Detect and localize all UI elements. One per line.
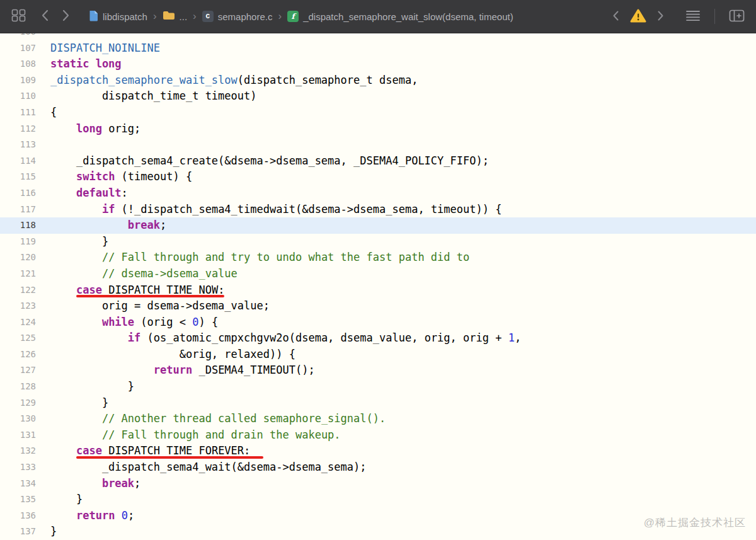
related-items-button[interactable] <box>9 6 28 26</box>
code-text[interactable]: DISPATCH_NOINLINE <box>50 40 160 57</box>
code-line-122[interactable]: 122 case DISPATCH_TIME_NOW: <box>0 282 756 299</box>
code-text[interactable]: // Fall through and try to undo what the… <box>50 250 469 266</box>
code-line-135[interactable]: 135 } <box>0 491 756 508</box>
code-line-123[interactable]: 123 orig = dsema->dsema_value; <box>0 298 756 314</box>
code-text[interactable]: long orig; <box>50 121 140 137</box>
line-number[interactable]: 134 <box>0 476 36 492</box>
code-text[interactable]: case DISPATCH_TIME_FOREVER: <box>50 443 250 459</box>
line-number[interactable]: 135 <box>0 491 36 508</box>
line-number[interactable]: 127 <box>0 362 36 379</box>
code-text[interactable]: default: <box>50 185 128 202</box>
code-line-110[interactable]: 110 dispatch_time_t timeout) <box>0 88 756 105</box>
line-number[interactable]: 114 <box>0 153 36 169</box>
code-line-128[interactable]: 128 } <box>0 379 756 395</box>
previous-issue-button[interactable] <box>610 8 621 25</box>
code-line-131[interactable]: 131 // Fall through and drain the wakeup… <box>0 427 756 444</box>
line-number[interactable]: 115 <box>0 169 36 185</box>
code-text[interactable]: } <box>50 234 108 250</box>
code-line-115[interactable]: 115 switch (timeout) { <box>0 169 756 185</box>
code-line-129[interactable]: 129 } <box>0 395 756 411</box>
line-number[interactable]: 126 <box>0 347 36 363</box>
code-text[interactable]: if (!_dispatch_sema4_timedwait(&dsema->d… <box>50 202 501 218</box>
line-number[interactable]: 120 <box>0 250 36 266</box>
code-text[interactable]: // Fall through and drain the wakeup. <box>50 427 341 444</box>
code-line-108[interactable]: 108static long <box>0 56 756 72</box>
line-number[interactable]: 109 <box>0 72 36 89</box>
code-text[interactable]: if (os_atomic_cmpxchgvw2o(dsema, dsema_v… <box>50 330 521 347</box>
code-area[interactable]: 106107DISPATCH_NOINLINE108static long109… <box>0 33 756 540</box>
code-text[interactable]: } <box>50 524 57 540</box>
code-text[interactable]: &orig, relaxed)) { <box>50 347 295 363</box>
line-number[interactable]: 119 <box>0 234 36 250</box>
code-text[interactable]: case DISPATCH_TIME_NOW: <box>50 282 224 299</box>
source-editor[interactable]: 106107DISPATCH_NOINLINE108static long109… <box>0 33 756 540</box>
line-number[interactable]: 122 <box>0 282 36 299</box>
line-number[interactable]: 124 <box>0 314 36 331</box>
code-text[interactable]: _dispatch_sema4_create(&dsema->dsema_sem… <box>50 153 489 169</box>
code-text[interactable]: } <box>50 379 134 395</box>
code-text[interactable]: while (orig < 0) { <box>50 314 218 331</box>
code-text[interactable]: return _DSEMA4_TIMEOUT(); <box>50 362 315 379</box>
line-number[interactable]: 116 <box>0 185 36 202</box>
line-number[interactable]: 112 <box>0 121 36 137</box>
line-number[interactable]: 113 <box>0 137 36 153</box>
code-line-114[interactable]: 114 _dispatch_sema4_create(&dsema->dsema… <box>0 153 756 169</box>
code-line-133[interactable]: 133 _dispatch_sema4_wait(&dsema->dsema_s… <box>0 459 756 476</box>
code-text[interactable]: } <box>50 395 108 411</box>
breadcrumb-project-libdispatch[interactable]: libdispatch <box>89 10 147 23</box>
code-line-136[interactable]: 136 return 0; <box>0 508 756 524</box>
code-text[interactable]: { <box>50 105 57 121</box>
code-line-121[interactable]: 121 // dsema->dsema_value <box>0 266 756 282</box>
line-number[interactable]: 128 <box>0 379 36 395</box>
warning-issue-button[interactable] <box>627 6 649 27</box>
line-number[interactable]: 118 <box>0 217 36 234</box>
code-line-124[interactable]: 124 while (orig < 0) { <box>0 314 756 331</box>
code-line-127[interactable]: 127 return _DSEMA4_TIMEOUT(); <box>0 362 756 379</box>
line-number[interactable]: 137 <box>0 524 36 540</box>
line-number[interactable]: 107 <box>0 40 36 57</box>
code-text[interactable]: switch (timeout) { <box>50 169 192 185</box>
code-text[interactable]: static long <box>50 56 122 72</box>
code-line-113[interactable]: 113 <box>0 137 756 153</box>
next-issue-button[interactable] <box>655 8 667 25</box>
breadcrumb-file-semaphore-c[interactable]: c semaphore.c <box>202 11 273 22</box>
code-line-106[interactable]: 106 <box>0 33 756 40</box>
code-line-109[interactable]: 109_dispatch_semaphore_wait_slow(dispatc… <box>0 72 756 89</box>
add-editor-button[interactable] <box>726 7 747 26</box>
code-line-111[interactable]: 111{ <box>0 105 756 121</box>
code-line-125[interactable]: 125 if (os_atomic_cmpxchgvw2o(dsema, dse… <box>0 330 756 347</box>
code-line-132[interactable]: 132 case DISPATCH_TIME_FOREVER: <box>0 443 756 459</box>
breadcrumb-folder-collapsed[interactable]: ... <box>163 11 188 22</box>
line-number[interactable]: 136 <box>0 508 36 524</box>
back-button[interactable] <box>38 7 51 26</box>
code-line-118[interactable]: 118 break; <box>0 217 756 234</box>
code-line-126[interactable]: 126 &orig, relaxed)) { <box>0 347 756 363</box>
code-text[interactable]: break; <box>50 217 166 234</box>
code-line-119[interactable]: 119 } <box>0 234 756 250</box>
line-number[interactable]: 125 <box>0 330 36 347</box>
line-number[interactable]: 123 <box>0 298 36 314</box>
line-number[interactable]: 132 <box>0 443 36 459</box>
code-text[interactable]: // dsema->dsema_value <box>50 266 238 282</box>
code-line-116[interactable]: 116 default: <box>0 185 756 202</box>
code-text[interactable]: // Another thread called semaphore_signa… <box>50 411 386 427</box>
code-text[interactable]: orig = dsema->dsema_value; <box>50 298 270 314</box>
forward-button[interactable] <box>60 7 72 26</box>
editor-options-button[interactable] <box>683 8 703 26</box>
line-number[interactable]: 111 <box>0 105 36 121</box>
code-line-107[interactable]: 107DISPATCH_NOINLINE <box>0 40 756 57</box>
code-line-112[interactable]: 112 long orig; <box>0 121 756 137</box>
line-number[interactable]: 110 <box>0 88 36 105</box>
line-number[interactable]: 121 <box>0 266 36 282</box>
line-number[interactable]: 129 <box>0 395 36 411</box>
code-text[interactable]: return 0; <box>50 508 134 524</box>
breadcrumb-function[interactable]: f _dispatch_semaphore_wait_slow(dsema, t… <box>287 11 513 22</box>
code-text[interactable]: dispatch_time_t timeout) <box>50 88 257 105</box>
code-line-137[interactable]: 137} <box>0 524 756 540</box>
code-line-130[interactable]: 130 // Another thread called semaphore_s… <box>0 411 756 427</box>
line-number[interactable]: 108 <box>0 56 36 72</box>
line-number[interactable]: 117 <box>0 202 36 218</box>
code-text[interactable]: } <box>50 491 83 508</box>
line-number[interactable]: 131 <box>0 427 36 444</box>
code-line-120[interactable]: 120 // Fall through and try to undo what… <box>0 250 756 266</box>
